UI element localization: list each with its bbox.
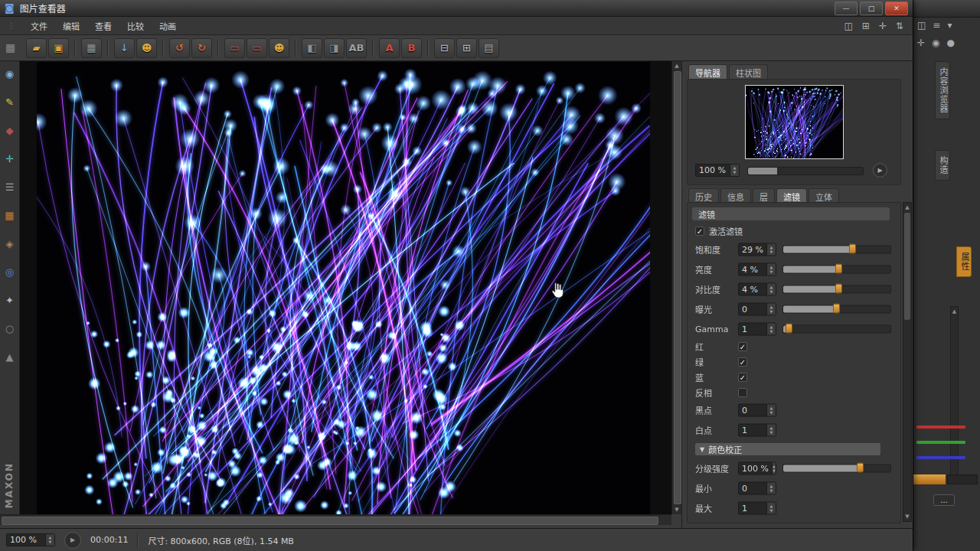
vertical-scrollbar[interactable]: ▲ ▼	[671, 61, 681, 514]
more-options-button[interactable]: ...	[933, 494, 955, 506]
play-button[interactable]: ▶	[64, 532, 81, 549]
saturation-slider-knob[interactable]	[849, 244, 856, 254]
nav-zoom-field[interactable]: 100 % ▲ ▼	[695, 164, 740, 177]
contrast-field[interactable]: 4 %▲▼	[738, 283, 776, 296]
activate-filter-checkbox[interactable]: ✓	[695, 227, 704, 236]
exposure-stepper[interactable]: ▲▼	[766, 304, 776, 315]
layout-grid-button[interactable]: ⊞	[456, 38, 477, 58]
close-button[interactable]: ✕	[885, 2, 908, 15]
bg-tool-list-icon[interactable]: ☰	[5, 182, 15, 192]
bg-tool-circle-icon[interactable]: ○	[5, 324, 14, 334]
brightness-slider-knob[interactable]	[835, 264, 842, 274]
white-point-field[interactable]: 1▲▼	[738, 424, 776, 437]
lock-icon[interactable]: ●	[947, 38, 955, 47]
bg-tool-grid-icon[interactable]: ▦	[5, 210, 14, 220]
menu-animation[interactable]: 动画	[152, 19, 184, 35]
exposure-slider[interactable]	[782, 305, 891, 314]
tab-content-browser[interactable]: 内容浏览器	[935, 61, 950, 119]
menu-compare[interactable]: 比较	[119, 19, 152, 35]
maximize-button[interactable]: □	[860, 2, 883, 15]
zoom-actual-button[interactable]: ▦	[81, 38, 102, 58]
exposure-field[interactable]: 0▲▼	[738, 303, 776, 316]
contrast-slider-knob[interactable]	[835, 284, 842, 294]
contrast-slider[interactable]	[782, 285, 891, 294]
scroll-up-icon[interactable]: ▲	[903, 203, 911, 212]
panel-scrollbar[interactable]: ▲ ▼	[903, 202, 912, 522]
dropdown-icon[interactable]: ▾	[947, 21, 952, 30]
split-left-button[interactable]: ◧	[302, 38, 322, 58]
brightness-field[interactable]: 4 %▲▼	[738, 263, 776, 276]
black-point-stepper[interactable]: ▲▼	[766, 405, 776, 416]
minimize-button[interactable]: —	[835, 2, 858, 15]
title-bar[interactable]: ◙ 图片查看器 — □ ✕	[0, 0, 913, 17]
saturation-stepper[interactable]: ▲▼	[766, 244, 776, 256]
menu-icon[interactable]: ≡	[933, 21, 940, 30]
layout-list-button[interactable]: ▤	[479, 38, 499, 58]
bg-tool-target-icon[interactable]: ◎	[5, 267, 14, 277]
nav-zoom-slider[interactable]	[747, 167, 864, 175]
reload-button[interactable]: ↺	[169, 38, 190, 58]
navigator-thumbnail[interactable]	[745, 85, 844, 159]
max-stepper[interactable]: ▲▼	[766, 503, 776, 514]
image-canvas-area[interactable]	[20, 61, 671, 514]
gamma-stepper[interactable]: ▲▼	[766, 324, 776, 335]
grading-strength-stepper[interactable]: ▲▼	[772, 463, 776, 474]
invert-checkbox[interactable]	[738, 388, 747, 397]
brightness-stepper[interactable]: ▲▼	[766, 264, 776, 276]
red-checkbox[interactable]: ✓	[738, 342, 747, 351]
nav-play-button[interactable]: ▶	[873, 163, 887, 178]
green-checkbox[interactable]: ✓	[738, 357, 747, 367]
white-point-stepper[interactable]: ▲▼	[766, 425, 776, 436]
saturation-slider[interactable]	[782, 246, 891, 254]
menu-file[interactable]: 文件	[23, 19, 55, 35]
scroll-down-icon[interactable]: ▼	[903, 512, 911, 521]
import-image-button[interactable]: ↓	[114, 38, 135, 58]
tab-structure[interactable]: 构造	[935, 150, 950, 181]
open-image-button[interactable]: ▰	[26, 38, 47, 58]
horizontal-scroll-thumb[interactable]	[2, 517, 658, 525]
layout-rows-button[interactable]: ⊟	[434, 38, 455, 58]
horizontal-scrollbar[interactable]	[0, 514, 671, 525]
image-b-button[interactable]: B	[401, 38, 422, 58]
menu-edit[interactable]: 编辑	[55, 19, 87, 35]
tab-attributes[interactable]: 属性	[956, 246, 972, 277]
nav-zoom-stepper[interactable]: ▲ ▼	[730, 165, 739, 176]
gamma-slider[interactable]	[782, 325, 891, 334]
bg-tool-axis-icon[interactable]: ✛	[5, 154, 14, 164]
bg-tool-pen-icon[interactable]: ✎	[5, 97, 14, 107]
save-image-button[interactable]: ▣	[48, 38, 69, 58]
status-zoom-stepper[interactable]: ▲ ▼	[45, 534, 54, 546]
bg-tool-star-icon[interactable]: ✦	[5, 295, 14, 305]
tile-pane-icon[interactable]: ⊞	[862, 21, 870, 31]
panel-scroll-thumb[interactable]	[904, 213, 910, 320]
scroll-up-icon[interactable]: ▲	[672, 61, 681, 70]
max-field[interactable]: 1▲▼	[738, 502, 776, 515]
reload-all-button[interactable]: ↻	[191, 38, 212, 58]
vertical-scroll-thumb[interactable]	[674, 71, 681, 504]
menu-view[interactable]: 查看	[87, 19, 119, 35]
compare-ab-button[interactable]: AB	[346, 38, 367, 58]
min-stepper[interactable]: ▲▼	[766, 483, 776, 494]
gamma-field[interactable]: 1▲▼	[738, 323, 776, 336]
blue-checkbox[interactable]: ✓	[738, 373, 747, 382]
bg-tool-sphere-icon[interactable]: ◉	[5, 69, 14, 79]
exposure-slider-knob[interactable]	[833, 304, 840, 314]
filter-group-header[interactable]: 滤镜	[692, 207, 890, 220]
background-value-field[interactable]	[947, 474, 978, 484]
image-a-button[interactable]: A	[379, 38, 400, 58]
pane-icon[interactable]: ◫	[917, 21, 926, 30]
contrast-stepper[interactable]: ▲▼	[766, 284, 776, 295]
snap-icon[interactable]: ◉	[932, 38, 939, 47]
saturation-field[interactable]: 29 %▲▼	[738, 243, 776, 256]
grading-strength-slider-knob[interactable]	[857, 463, 864, 473]
black-point-field[interactable]: 0▲▼	[738, 404, 776, 417]
bg-tool-magnet-icon[interactable]: ◆	[6, 126, 14, 135]
color-correction-header[interactable]: ▼颜色校正	[695, 443, 880, 455]
grading-strength-field[interactable]: 100 %▲▼	[738, 462, 776, 475]
team-render-button[interactable]: ☻	[269, 38, 289, 58]
bg-tool-gem-icon[interactable]: ◈	[6, 239, 14, 249]
bg-tool-up-icon[interactable]: ▲	[6, 352, 14, 362]
scroll-down-icon[interactable]: ▼	[672, 505, 681, 514]
brightness-slider[interactable]	[782, 266, 891, 274]
scroll-up-icon[interactable]: ▲	[951, 307, 958, 316]
